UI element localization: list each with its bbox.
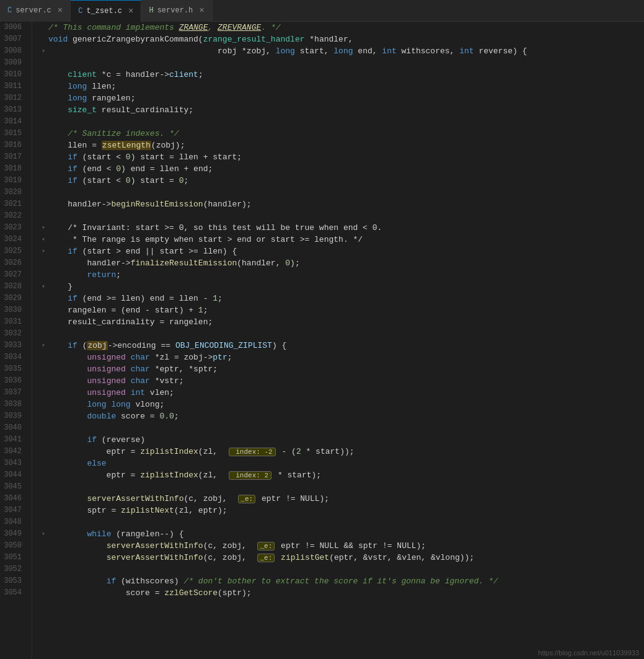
code-lines: /* This command implements ZRANGE, ZREVR… (32, 22, 644, 659)
line-number-3039: 3039 (0, 410, 27, 422)
code-line-3012: long rangelen; (38, 92, 644, 104)
code-text-3033: if (zobj->encoding == OBJ_ENCODING_ZIPLI… (48, 340, 644, 352)
code-line-3050: serverAssertWithInfo(c, zobj, _e: eptr !… (38, 540, 644, 552)
code-text-3019: if (start < 0) start = 0; (48, 175, 644, 187)
code-container: 3006300730083009301030113012301330143015… (0, 22, 644, 659)
code-line-3047: sptr = ziplistNext(zl, eptr); (38, 505, 644, 516)
code-line-3053: if (withscores) /* don't bother to extra… (38, 575, 644, 587)
fold-icon-3028[interactable]: ▾ (38, 281, 48, 293)
line-number-3052: 3052 (0, 564, 27, 575)
tab-icon-server-h: H (149, 6, 153, 15)
code-line-3028: ▾ } (38, 281, 644, 293)
code-line-3019: if (start < 0) start = 0; (38, 175, 644, 187)
code-text-3029: if (end >= llen) end = llen - 1; (48, 293, 644, 304)
line-number-3042: 3042 (0, 446, 27, 458)
tab-t-zset-c[interactable]: Ct_zset.c× (71, 0, 141, 22)
code-line-3049: ▾ while (rangelen--) { (38, 528, 644, 540)
line-number-3028: 3028 (0, 281, 27, 293)
fold-icon-3023[interactable]: ▾ (38, 222, 48, 234)
code-text-3024: * The range is empty when start > end or… (48, 234, 644, 245)
code-line-3014 (38, 116, 644, 128)
code-line-3040 (38, 422, 644, 434)
code-text-3054: score = zzlGetScore(sptr); (48, 587, 644, 599)
fold-icon-3033[interactable]: ▾ (38, 340, 48, 352)
code-text-3041: if (reverse) (48, 434, 644, 446)
tab-close-server-c[interactable]: × (58, 6, 63, 15)
code-line-3017: if (start < 0) start = llen + start; (38, 151, 644, 163)
line-number-3017: 3017 (0, 151, 27, 163)
line-number-3025: 3025 (0, 245, 27, 257)
line-number-3020: 3020 (0, 187, 27, 198)
code-text-3035: unsigned char *eptr, *sptr; (48, 363, 644, 375)
line-number-3008: 3008 (0, 45, 27, 57)
code-line-3036: unsigned char *vstr; (38, 375, 644, 387)
line-number-3032: 3032 (0, 328, 27, 340)
line-number-3038: 3038 (0, 399, 27, 410)
tab-label-t-zset-c: t_zset.c (86, 7, 122, 15)
line-number-3014: 3014 (0, 116, 27, 128)
line-number-3015: 3015 (0, 128, 27, 139)
line-number-3049: 3049 (0, 528, 27, 540)
code-text-3007: void genericZrangebyrankCommand(zrange_r… (48, 33, 644, 45)
line-number-3053: 3053 (0, 575, 27, 587)
code-line-3023: ▾ /* Invariant: start >= 0, so this test… (38, 222, 644, 234)
code-line-3021: handler->beginResultEmission(handler); (38, 198, 644, 210)
code-line-3051: serverAssertWithInfo(c, zobj, _e: ziplis… (38, 552, 644, 564)
tab-server-c[interactable]: Cserver.c× (0, 0, 71, 22)
code-line-3011: long llen; (38, 81, 644, 92)
line-number-3034: 3034 (0, 352, 27, 363)
fold-icon-3024[interactable]: ▾ (38, 234, 48, 245)
line-number-3024: 3024 (0, 234, 27, 245)
tab-label-server-h: server.h (157, 6, 193, 15)
code-line-3038: long long vlong; (38, 399, 644, 410)
code-line-3039: double score = 0.0; (38, 410, 644, 422)
code-line-3037: unsigned int vlen; (38, 387, 644, 399)
line-number-3023: 3023 (0, 222, 27, 234)
line-number-3041: 3041 (0, 434, 27, 446)
code-text-3042: eptr = ziplistIndex(zl, index: -2 - (2 *… (48, 446, 644, 458)
code-text-3017: if (start < 0) start = llen + start; (48, 151, 644, 163)
line-number-3044: 3044 (0, 469, 27, 481)
code-text-3025: if (start > end || start >= llen) { (48, 245, 644, 257)
code-line-3020 (38, 187, 644, 198)
line-number-3040: 3040 (0, 422, 27, 434)
code-line-3018: if (end < 0) end = llen + end; (38, 163, 644, 175)
code-text-3046: serverAssertWithInfo(c, zobj, _e: eptr !… (48, 493, 644, 505)
code-text-3008: robj *zobj, long start, long end, int wi… (48, 45, 644, 57)
code-text-3010: client *c = handler->client; (48, 69, 644, 81)
line-number-3019: 3019 (0, 175, 27, 187)
code-text-3030: rangelen = (end - start) + 1; (48, 304, 644, 316)
code-text-3038: long long vlong; (48, 399, 644, 410)
code-text-3039: double score = 0.0; (48, 410, 644, 422)
code-line-3029: if (end >= llen) end = llen - 1; (38, 293, 644, 304)
code-line-3006: /* This command implements ZRANGE, ZREVR… (38, 22, 644, 33)
tab-icon-t-zset-c: C (78, 7, 82, 15)
code-line-3007: void genericZrangebyrankCommand(zrange_r… (38, 33, 644, 45)
tab-close-t-zset-c[interactable]: × (128, 6, 133, 16)
line-number-3046: 3046 (0, 493, 27, 505)
code-text-3012: long rangelen; (48, 92, 644, 104)
code-line-3008: ▾ robj *zobj, long start, long end, int … (38, 45, 644, 57)
code-text-3051: serverAssertWithInfo(c, zobj, _e: ziplis… (48, 552, 644, 564)
line-number-3013: 3013 (0, 104, 27, 116)
tab-server-h[interactable]: Hserver.h× (141, 0, 212, 22)
code-line-3048 (38, 516, 644, 528)
watermark: https://blog.csdn.net/u011039933 (538, 649, 639, 657)
code-line-3026: handler->finalizeResultEmission(handler,… (38, 257, 644, 269)
code-text-3006: /* This command implements ZRANGE, ZREVR… (48, 22, 644, 33)
code-line-3044: eptr = ziplistIndex(zl, index: 2 * start… (38, 469, 644, 481)
fold-icon-3049[interactable]: ▾ (38, 528, 48, 540)
line-number-3006: 3006 (0, 22, 27, 33)
code-line-3054: score = zzlGetScore(sptr); (38, 587, 644, 599)
code-text-3028: } (48, 281, 644, 293)
line-number-3011: 3011 (0, 81, 27, 92)
line-number-3012: 3012 (0, 92, 27, 104)
code-line-3042: eptr = ziplistIndex(zl, index: -2 - (2 *… (38, 446, 644, 458)
code-line-3034: unsigned char *zl = zobj->ptr; (38, 352, 644, 363)
code-text-3016: llen = zsetLength(zobj); (48, 139, 644, 151)
fold-icon-3008[interactable]: ▾ (38, 45, 48, 57)
tab-close-server-h[interactable]: × (199, 6, 204, 15)
code-text-3026: handler->finalizeResultEmission(handler,… (48, 257, 644, 269)
line-number-3047: 3047 (0, 505, 27, 516)
fold-icon-3025[interactable]: ▾ (38, 245, 48, 257)
